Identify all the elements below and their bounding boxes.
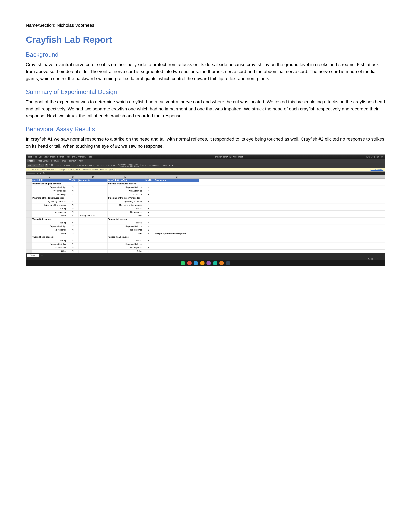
cell-b-pinched-walk[interactable]: Pinched walking leg causes:: [32, 182, 67, 186]
cell-g-tailflip-taptail[interactable]: [154, 221, 199, 225]
cell-b-repeated-taphead[interactable]: Repeated tail flips: [32, 242, 67, 246]
view-normal-icon[interactable]: ⊞: [368, 257, 370, 260]
taskbar-icon-app2[interactable]: [194, 261, 198, 265]
cell-g-noresponse-taptail[interactable]: [154, 228, 199, 232]
cell-c-tailflip-taphead[interactable]: Y: [67, 239, 78, 242]
ribbon-tab-review[interactable]: Review: [69, 160, 75, 162]
cell-g-header[interactable]: Comments: [154, 179, 199, 182]
cell-e-repeated-taphead[interactable]: Repeated tail flips: [108, 242, 143, 246]
cell-e-pinch-telson[interactable]: Pinching of the telson/uropods:: [108, 196, 143, 200]
taskbar-icon-app3[interactable]: [200, 261, 205, 265]
cell-g-tailflip-telson[interactable]: [154, 207, 199, 210]
cell-g-quiver-tail[interactable]: [154, 200, 199, 203]
cell-e-noresponse-telson[interactable]: No response: [108, 210, 143, 214]
cell-f-tailflip-taphead[interactable]: N: [143, 239, 154, 242]
cell-e-other-taptail[interactable]: Other: [108, 232, 143, 235]
italic-button[interactable]: I: [48, 164, 50, 167]
cell-b-quiver-uropods[interactable]: Quivering of the uropods: [32, 203, 67, 207]
function-icon[interactable]: fx: [43, 172, 45, 175]
ribbon-tab-formulas[interactable]: Formulas: [51, 160, 59, 162]
cell-g-weak-tail[interactable]: [154, 189, 199, 193]
cell-e-no-tailflips[interactable]: No tailflips: [108, 193, 143, 196]
ribbon-tab-data[interactable]: Data: [62, 160, 66, 162]
cell-d-quiver-uropods[interactable]: [78, 203, 108, 207]
cell-g-repeated-taptail[interactable]: [154, 225, 199, 228]
check-updates-button[interactable]: Check for Up...: [371, 169, 383, 171]
cell-f-other-taphead[interactable]: N: [143, 249, 154, 253]
cell-f-quiver-tail[interactable]: N: [143, 200, 154, 203]
cell-f-other-taptail[interactable]: N: [143, 232, 154, 235]
cell-d-repeated-tail-1[interactable]: [78, 186, 108, 189]
cell-c-repeated-taptail[interactable]: Y: [67, 225, 78, 228]
cell-d-tailflip-telson[interactable]: [78, 207, 108, 210]
bold-button[interactable]: B: [45, 164, 48, 167]
cell-g-pinched-walk[interactable]: [154, 182, 199, 186]
cell-reference-box[interactable]: [27, 173, 35, 174]
taskbar-icon-finder[interactable]: [181, 261, 185, 265]
cell-b-quiver-tail[interactable]: Quivering of the tail: [32, 200, 67, 203]
cell-b-header[interactable]: crayfish #1: [32, 179, 67, 182]
cell-d-pinch-telson[interactable]: [78, 196, 108, 200]
sheet-tab-1[interactable]: Sheet1: [27, 254, 39, 257]
conditional-formatting-button[interactable]: Conditional Formatting: [118, 163, 126, 167]
cell-f-tailflip-telson[interactable]: N: [143, 207, 154, 210]
cell-g-other-taphead[interactable]: [154, 249, 199, 253]
cell-f-header[interactable]: Yes/No: [143, 179, 154, 182]
cell-c-tapped-tail[interactable]: [67, 218, 78, 221]
cell-c-weak-tail[interactable]: N: [67, 189, 78, 193]
wrap-text-button[interactable]: ↵ Wrap Text: [63, 164, 74, 166]
format-button[interactable]: Format ▼: [152, 164, 159, 166]
cell-g-noresponse-taphead[interactable]: [154, 246, 199, 249]
cell-e-tailflip-taptail[interactable]: Tail flip: [108, 221, 143, 225]
cell-styles-button[interactable]: Cell Styles: [134, 163, 139, 167]
cell-g-tapped-tail[interactable]: [154, 218, 199, 221]
delete-button[interactable]: Delete: [147, 164, 151, 166]
cell-d-no-tailflips[interactable]: [78, 193, 108, 196]
cell-g-quiver-uropods[interactable]: [154, 203, 199, 207]
align-center-icon[interactable]: ≡: [58, 164, 59, 166]
format-table-button[interactable]: Format as Table: [128, 163, 133, 167]
cell-c-other-taphead[interactable]: N: [67, 249, 78, 253]
cell-e-quiver-uropods[interactable]: Quivering of the uropods: [108, 203, 143, 207]
cell-d-noresponse-taphead[interactable]: [78, 246, 108, 249]
cell-d-quiver-tail[interactable]: [78, 200, 108, 203]
cell-c-repeated-taphead[interactable]: Y: [67, 242, 78, 246]
cell-e-other-telson[interactable]: Other: [108, 214, 143, 218]
cell-c-pinch-telson[interactable]: [67, 196, 78, 200]
cell-d-repeated-taptail[interactable]: [78, 225, 108, 228]
cell-f-quiver-uropods[interactable]: N: [143, 203, 154, 207]
cell-b-other-taphead[interactable]: Other: [32, 249, 67, 253]
taskbar-icon-app4[interactable]: [206, 261, 211, 265]
cell-f-repeated-taptail[interactable]: N: [143, 225, 154, 228]
cell-e-tapped-tail[interactable]: Tapped tail causes:: [108, 218, 143, 221]
cell-c-no-tailflips[interactable]: Y: [67, 193, 78, 196]
cell-d-repeated-taphead[interactable]: [78, 242, 108, 246]
cell-b-no-tailflips[interactable]: No tailflips: [32, 193, 67, 196]
cell-b-tailflip-telson[interactable]: Tail flip: [32, 207, 67, 210]
cell-e-tailflip-taphead[interactable]: Tail flip: [108, 239, 143, 242]
cell-d-pinched-walk[interactable]: [78, 182, 108, 186]
font-selector[interactable]: Verdana ▼ 8 ▼: [27, 164, 44, 167]
cell-c-noresponse-taptail[interactable]: N: [67, 228, 78, 232]
merge-center-button[interactable]: ↔ Merge & Center ▼: [75, 164, 94, 166]
cell-f-weak-tail[interactable]: N: [143, 189, 154, 193]
cell-b-other-telson[interactable]: Other: [32, 214, 67, 218]
cell-f-noresponse-taptail[interactable]: Y: [143, 228, 154, 232]
cell-d-other-taphead[interactable]: [78, 249, 108, 253]
taskbar-icon-app5[interactable]: [213, 261, 217, 265]
taskbar-icon-app7[interactable]: [226, 261, 230, 265]
view-layout-icon[interactable]: ▦: [371, 257, 373, 260]
cell-b-repeated-taptail[interactable]: Repeated tail flips: [32, 225, 67, 228]
cell-e-quiver-tail[interactable]: Quivering of the tail: [108, 200, 143, 203]
sort-filter-button[interactable]: Sort & Filter ▼: [161, 164, 173, 166]
cell-e-weak-tail[interactable]: Weak tail flips: [108, 189, 143, 193]
cell-b-tailflip-taptail[interactable]: Tail flip: [32, 221, 67, 225]
taskbar-icon-app1[interactable]: [187, 261, 192, 265]
cell-b-weak-tail[interactable]: Weak tail flips: [32, 189, 67, 193]
cell-d-tailflip-taptail[interactable]: [78, 221, 108, 225]
cell-f-noresponse-telson[interactable]: Y: [143, 210, 154, 214]
cell-e-pinched-walk[interactable]: Pinched walking leg causes:: [108, 182, 143, 186]
cell-g-tapped-head[interactable]: [154, 235, 199, 239]
cell-d-tapped-tail[interactable]: [78, 218, 108, 221]
cell-c-tapped-head[interactable]: [67, 235, 78, 239]
